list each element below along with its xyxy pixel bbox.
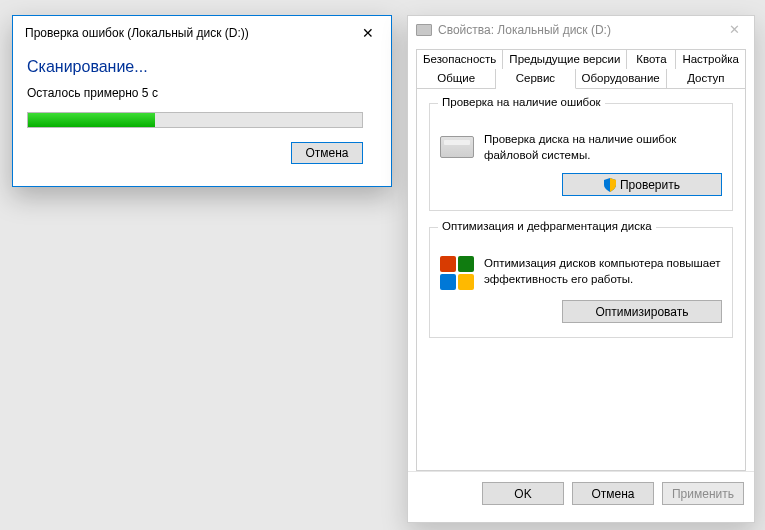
properties-dialog: Свойства: Локальный диск (D:) ✕ Безопасн…: [407, 15, 755, 523]
tab-page-tools: Проверка на наличие ошибок Проверка диск…: [416, 88, 746, 471]
shield-icon: [604, 178, 616, 192]
optimize-button[interactable]: Оптимизировать: [562, 300, 722, 323]
tab-security[interactable]: Безопасность: [416, 49, 503, 69]
disk-icon: [440, 136, 474, 158]
properties-title-bar: Свойства: Локальный диск (D:) ✕: [408, 16, 754, 43]
scan-window-title: Проверка ошибок (Локальный диск (D:)): [25, 26, 249, 40]
close-icon[interactable]: ✕: [722, 22, 746, 37]
defrag-icon: [440, 256, 474, 290]
progress-fill: [28, 113, 155, 127]
group-defrag: Оптимизация и дефрагментация диска Оптим…: [429, 227, 733, 338]
group-defrag-title: Оптимизация и дефрагментация диска: [438, 220, 656, 232]
tab-customize[interactable]: Настройка: [676, 49, 746, 69]
tab-hardware[interactable]: Оборудование: [576, 69, 667, 89]
ok-button[interactable]: OK: [482, 482, 564, 505]
cancel-button[interactable]: Отмена: [572, 482, 654, 505]
group-error-check-text: Проверка диска на наличие ошибок файлово…: [484, 132, 722, 163]
tab-general[interactable]: Общие: [416, 69, 496, 89]
tab-previous-versions[interactable]: Предыдущие версии: [503, 49, 627, 69]
tab-area: Безопасность Предыдущие версии Квота Нас…: [408, 43, 754, 471]
scan-status-text: Осталось примерно 5 с: [27, 86, 377, 100]
drive-icon: [416, 24, 432, 36]
check-button-label: Проверить: [620, 178, 680, 192]
dialog-button-row: OK Отмена Применить: [408, 471, 754, 515]
scan-body: Сканирование... Осталось примерно 5 с От…: [13, 48, 391, 176]
close-icon[interactable]: ✕: [355, 22, 381, 44]
properties-window-title: Свойства: Локальный диск (D:): [438, 23, 611, 37]
scan-heading: Сканирование...: [27, 58, 377, 76]
check-button[interactable]: Проверить: [562, 173, 722, 196]
group-error-check-title: Проверка на наличие ошибок: [438, 96, 605, 108]
scan-title-bar: Проверка ошибок (Локальный диск (D:)) ✕: [13, 16, 391, 48]
tab-tools[interactable]: Сервис: [496, 69, 575, 89]
tab-row-2: Общие Сервис Оборудование Доступ: [416, 69, 746, 89]
cancel-button[interactable]: Отмена: [291, 142, 363, 164]
tab-quota[interactable]: Квота: [627, 49, 676, 69]
progress-bar: [27, 112, 363, 128]
group-defrag-text: Оптимизация дисков компьютера повышает э…: [484, 256, 722, 287]
tab-row-1: Безопасность Предыдущие версии Квота Нас…: [416, 49, 746, 69]
apply-button: Применить: [662, 482, 744, 505]
group-error-check: Проверка на наличие ошибок Проверка диск…: [429, 103, 733, 211]
scan-dialog: Проверка ошибок (Локальный диск (D:)) ✕ …: [12, 15, 392, 187]
tab-sharing[interactable]: Доступ: [667, 69, 746, 89]
